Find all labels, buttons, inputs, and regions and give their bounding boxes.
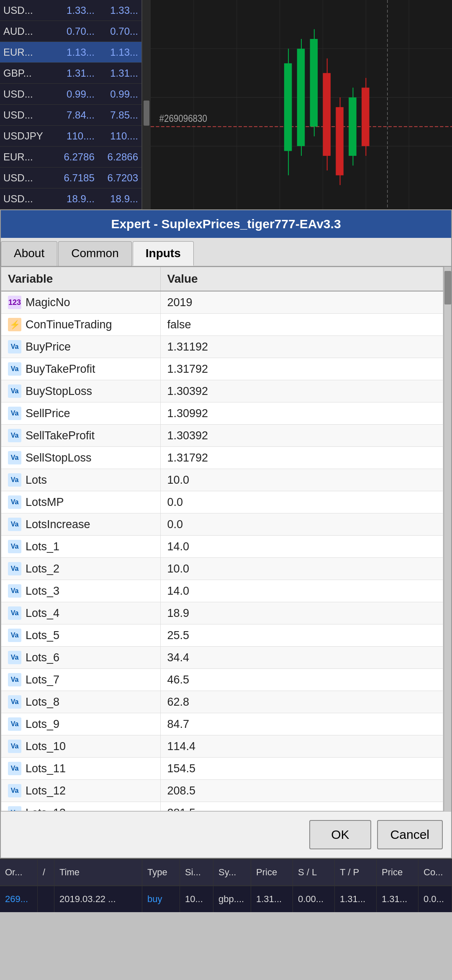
var-value-cell[interactable]: 114.4 [160, 735, 443, 758]
var-name-text: Lots_3 [26, 585, 59, 598]
var-name-cell: VaLots_4 [1, 602, 160, 624]
table-row[interactable]: VaLots_8 62.8 [1, 691, 443, 713]
tab-inputs[interactable]: Inputs [133, 241, 194, 266]
var-value-cell[interactable]: 18.9 [160, 602, 443, 624]
orders-col-type: Type [142, 859, 180, 885]
var-value-cell[interactable]: 1.31792 [160, 447, 443, 469]
var-name-text: Lots_9 [26, 718, 59, 731]
cancel-button[interactable]: Cancel [377, 820, 443, 849]
var-name-cell: VaLots_2 [1, 558, 160, 580]
var-value-cell[interactable]: 34.4 [160, 647, 443, 669]
market-row[interactable]: EUR... 1.13... 1.13... [0, 42, 141, 63]
market-row[interactable]: AUD... 0.70... 0.70... [0, 21, 141, 42]
table-row[interactable]: VaLots_9 84.7 [1, 713, 443, 735]
var-value-cell[interactable]: 1.30392 [160, 380, 443, 402]
svg-rect-25 [297, 49, 305, 146]
var-icon: Va [8, 651, 21, 664]
tab-about[interactable]: About [1, 241, 57, 266]
table-row[interactable]: VaSellTakeProfit 1.30392 [1, 425, 443, 447]
var-value-cell[interactable]: false [160, 314, 443, 336]
table-row[interactable]: VaLotsMP 0.0 [1, 491, 443, 513]
table-row[interactable]: ⚡ConTinueTrading false [1, 314, 443, 336]
order-type: buy [142, 886, 180, 912]
table-row[interactable]: VaLots_11 154.5 [1, 758, 443, 780]
market-price2: 110.... [95, 130, 138, 142]
table-row[interactable]: VaLots_2 10.0 [1, 558, 443, 580]
var-icon: Va [8, 606, 21, 620]
table-row[interactable]: VaLots_6 34.4 [1, 647, 443, 669]
market-row[interactable]: USD... 6.7185 6.7203 [0, 168, 141, 188]
var-icon: Va [8, 695, 21, 709]
var-value-cell[interactable]: 10.0 [160, 469, 443, 491]
market-price2: 1.13... [95, 46, 138, 58]
var-name-text: LotsMP [26, 496, 64, 509]
var-icon: Va [8, 784, 21, 797]
table-row[interactable]: VaLots 10.0 [1, 469, 443, 491]
market-price1: 1.33... [51, 5, 95, 16]
expert-dialog: Expert - SuplexPrices_tiger777-EAv3.3 Ab… [0, 209, 452, 859]
table-row[interactable]: VaLots_13 281.5 [1, 802, 443, 812]
table-scrollbar[interactable] [444, 267, 451, 811]
table-row[interactable]: VaLots_10 114.4 [1, 735, 443, 758]
market-row[interactable]: USDJPY 110.... 110.... [0, 126, 141, 147]
table-row[interactable]: VaLots_7 46.5 [1, 669, 443, 691]
var-value-cell[interactable]: 154.5 [160, 758, 443, 780]
var-value-cell[interactable]: 10.0 [160, 558, 443, 580]
var-value-cell[interactable]: 25.5 [160, 624, 443, 647]
list-scrollbar[interactable] [142, 0, 151, 209]
table-row[interactable]: VaLots_1 14.0 [1, 536, 443, 558]
var-name-text: Lots_5 [26, 629, 59, 642]
market-row[interactable]: USD... 1.33... 1.33... [0, 0, 141, 21]
expert-title: Expert - SuplexPrices_tiger777-EAv3.3 [1, 210, 451, 238]
table-row[interactable]: VaLots_4 18.9 [1, 602, 443, 624]
var-value-cell[interactable]: 84.7 [160, 713, 443, 735]
table-row[interactable]: VaLots_12 208.5 [1, 780, 443, 802]
var-value-cell[interactable]: 208.5 [160, 780, 443, 802]
tab-common[interactable]: Common [58, 241, 132, 266]
var-value-cell[interactable]: 1.30992 [160, 402, 443, 425]
market-row[interactable]: GBP... 1.31... 1.31... [0, 63, 141, 84]
var-icon: Va [8, 629, 21, 642]
var-value-cell[interactable]: 1.30392 [160, 425, 443, 447]
market-row[interactable]: EUR... 6.2786 6.2866 [0, 147, 141, 168]
market-row[interactable]: USD... 18.9... 18.9... [0, 188, 141, 209]
tab-bar: About Common Inputs [1, 238, 451, 267]
ok-button[interactable]: OK [309, 820, 371, 849]
var-value-cell[interactable]: 0.0 [160, 513, 443, 536]
table-row[interactable]: VaLotsIncrease 0.0 [1, 513, 443, 536]
var-name-text: BuyStopLoss [26, 385, 92, 398]
market-row[interactable]: USD... 0.99... 0.99... [0, 84, 141, 105]
table-row[interactable]: VaBuyTakeProfit 1.31792 [1, 358, 443, 380]
svg-rect-31 [336, 107, 344, 175]
table-row[interactable]: VaBuyPrice 1.31192 [1, 336, 443, 358]
var-name-text: SellPrice [26, 407, 70, 420]
table-container[interactable]: Variable Value 123MagicNo 2019 ⚡ConTinue… [1, 267, 444, 811]
var-value-cell[interactable]: 46.5 [160, 669, 443, 691]
var-value-cell[interactable]: 1.31192 [160, 336, 443, 358]
market-price2: 1.33... [95, 5, 138, 16]
table-row[interactable]: VaLots_5 25.5 [1, 624, 443, 647]
orders-col-sep: / [38, 859, 54, 885]
table-row[interactable]: VaBuyStopLoss 1.30392 [1, 380, 443, 402]
var-name-cell: VaLots_10 [1, 735, 160, 758]
table-row[interactable]: VaSellPrice 1.30992 [1, 402, 443, 425]
table-row[interactable]: VaLots_3 14.0 [1, 580, 443, 602]
var-value-cell[interactable]: 14.0 [160, 536, 443, 558]
market-row[interactable]: USD... 7.84... 7.85... [0, 105, 141, 126]
scrollbar-thumb [444, 271, 451, 304]
table-row[interactable]: VaSellStopLoss 1.31792 [1, 447, 443, 469]
var-value-cell[interactable]: 14.0 [160, 580, 443, 602]
var-name-text: Lots [26, 474, 47, 487]
var-icon: Va [8, 340, 21, 353]
var-name-cell: VaBuyPrice [1, 336, 160, 358]
col-value: Value [160, 267, 443, 291]
var-value-cell[interactable]: 2019 [160, 291, 443, 314]
svg-rect-27 [310, 39, 318, 126]
var-value-cell[interactable]: 281.5 [160, 802, 443, 812]
var-value-cell[interactable]: 62.8 [160, 691, 443, 713]
var-icon: Va [8, 384, 21, 398]
var-value-cell[interactable]: 0.0 [160, 491, 443, 513]
table-row[interactable]: 123MagicNo 2019 [1, 291, 443, 314]
var-value-cell[interactable]: 1.31792 [160, 358, 443, 380]
var-name-cell: VaLots_8 [1, 691, 160, 713]
